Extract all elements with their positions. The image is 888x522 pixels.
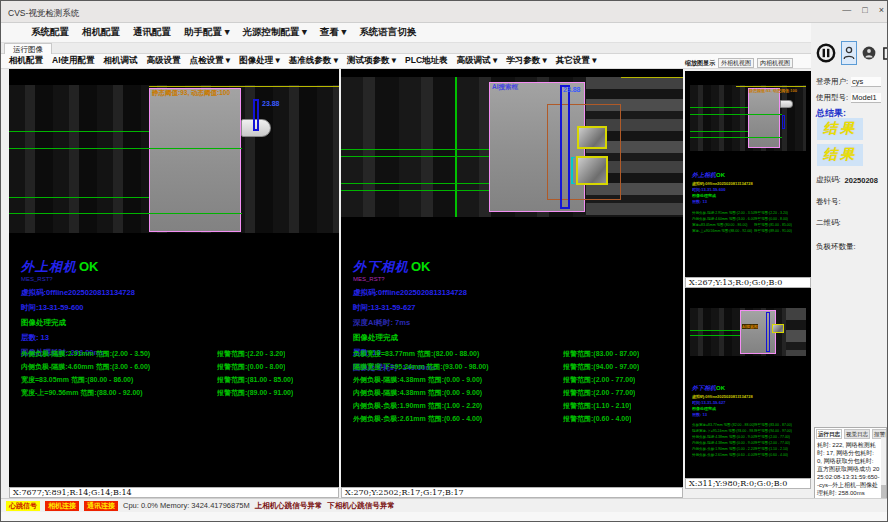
pixel-readout-upper: X:7677;Y:891;R:14;G:14;B:14 bbox=[9, 487, 339, 498]
login-user-field: 登录用户: cys bbox=[816, 77, 881, 87]
exit-door-icon bbox=[882, 46, 888, 61]
qr-code-label: 二维码: bbox=[816, 218, 841, 228]
menu-item-camera-config[interactable]: 相机配置 bbox=[82, 26, 120, 39]
tool-plc-address-table[interactable]: PLC地址表 bbox=[405, 55, 448, 67]
maximize-icon[interactable]: □ bbox=[862, 5, 867, 15]
tab-inner-camera-view[interactable]: 内相机视图 bbox=[757, 58, 793, 68]
title-bar: CVS-视觉检测系统 — □ × bbox=[1, 1, 888, 23]
measure-green-line bbox=[9, 148, 242, 149]
ai-search-box-label: AI搜索框 bbox=[492, 83, 518, 92]
mini-panel-upper[interactable]: 静态阈值:93, 动态阈值:100 外上相机OK 虚拟码:0ffline2025… bbox=[685, 71, 811, 277]
login-user-button[interactable] bbox=[841, 41, 857, 65]
camera-image-upper: 静态阈值:93, 动态阈值:100 23.88 bbox=[9, 85, 339, 233]
time-line: 时间:13-31-59-600 bbox=[21, 303, 339, 313]
upper-camera-warning: 上相机心跳信号异常 bbox=[255, 501, 323, 511]
menu-item-view[interactable]: 查看 ▾ bbox=[320, 26, 346, 39]
edge-marker-bracket bbox=[571, 157, 575, 184]
mes-result-label: MES_RST? bbox=[21, 276, 339, 283]
mini-result-lower: 外下相机OK 虚拟码:0ffline2025020813134728 时间:13… bbox=[692, 376, 806, 458]
tool-spot-check[interactable]: 点检设置 ▾ bbox=[190, 55, 231, 67]
defect-candidate-box bbox=[576, 156, 608, 185]
window-bottom-edge bbox=[1, 512, 888, 522]
camera-panel-upper-outer[interactable]: 静态阈值:93, 动态阈值:100 23.88 外上相机OK MES_RST? … bbox=[9, 69, 339, 487]
mini-image-lower: AI搜索框 bbox=[690, 308, 806, 356]
baseline-yellow-line bbox=[149, 86, 339, 87]
measurement-rows-upper: 外侧负极-隔膜:2.91mm 范围:(2.00 - 3.50)报警范围:(2.2… bbox=[21, 349, 339, 401]
detection-region-box bbox=[547, 104, 621, 200]
virtual-code-line: 虚拟码:0ffline2025020813134728 bbox=[21, 288, 339, 298]
tab-vision-log[interactable]: 视觉日志 bbox=[844, 429, 870, 439]
processing-done-line: 图像处理完成 bbox=[21, 318, 339, 328]
tab-run-log[interactable]: 运行日志 bbox=[816, 429, 842, 439]
tool-camera-config[interactable]: 相机配置 bbox=[9, 55, 43, 67]
ring-count-label: 负极环数量: bbox=[816, 242, 856, 252]
defect-candidate-box bbox=[577, 126, 607, 149]
tab-outer-camera-view[interactable]: 外相机视图 bbox=[718, 58, 754, 68]
measure-green-line bbox=[9, 197, 149, 198]
app-window: CVS-视觉检测系统 — □ × 系统配置 相机配置 通讯配置 助手配置 ▾ 光… bbox=[0, 0, 888, 522]
pixel-readout-mini-upper: X:267;Y:13;R:0;G:0;B:0 bbox=[685, 277, 811, 288]
virtual-code-field: 虚拟码: 20250208 bbox=[816, 175, 879, 185]
login-user-label: 登录用户: bbox=[816, 77, 848, 87]
tool-learning-params[interactable]: 学习参数 ▾ bbox=[506, 55, 547, 67]
menu-item-assistant-config[interactable]: 助手配置 ▾ bbox=[184, 26, 229, 39]
tool-advanced-settings[interactable]: 高级设置 bbox=[147, 55, 181, 67]
menu-item-system-config[interactable]: 系统配置 bbox=[31, 26, 69, 39]
mini-view-header: 缩放图显示 外相机视图 内相机视图 bbox=[685, 56, 811, 70]
sidebar-buttons bbox=[815, 40, 888, 66]
login-user-value[interactable]: cys bbox=[851, 77, 881, 87]
processing-done-line: 图像处理完成 bbox=[353, 333, 671, 343]
log-panel: 运行日志 视觉日志 报警日志 耗时: 222, 网络检测耗时: 17, 网络分包… bbox=[814, 427, 887, 501]
measurement-row: 外侧负极-负极:2.61mm 范围:(0.60 - 4.00)报警范围:(0.6… bbox=[353, 414, 673, 427]
tool-advanced-debug[interactable]: 高级调试 ▾ bbox=[457, 55, 498, 67]
measurement-row: 宽度-上=90.56mm 范围:(88.00 - 92.00)报警范围:(89.… bbox=[21, 388, 339, 401]
menu-bar: 系统配置 相机配置 通讯配置 助手配置 ▾ 光源控制配置 ▾ 查看 ▾ 系统语言… bbox=[1, 23, 811, 43]
menu-item-light-control[interactable]: 光源控制配置 ▾ bbox=[242, 26, 306, 39]
mini-panel-lower[interactable]: AI搜索框 外下相机OK 虚拟码:0ffline2025020813134728… bbox=[685, 288, 811, 478]
inspection-roi-box bbox=[149, 88, 241, 232]
log-content: 耗时: 222, 网络检测耗时: 17, 网络分包耗时: 0, 网络获取分包耗时… bbox=[815, 440, 886, 498]
camera-panel-lower-outer[interactable]: AI搜索框 23.88 外下相机OK MES_RST? 虚拟码:0ffline2… bbox=[341, 69, 683, 487]
winding-needle-label: 卷针号: bbox=[816, 197, 841, 207]
tool-image-processing[interactable]: 图像处理 ▾ bbox=[239, 55, 280, 67]
mini-result-upper: 外上相机OK 虚拟码:0ffline2025020813134728 时间:13… bbox=[692, 163, 806, 234]
user-icon bbox=[843, 46, 855, 60]
exit-button[interactable] bbox=[881, 41, 888, 65]
model-value[interactable]: Model1 bbox=[851, 93, 881, 103]
pause-button[interactable] bbox=[815, 40, 837, 66]
pixel-readout-lower: X:270;Y:2502;R:17;G:17;B:17 bbox=[341, 487, 683, 498]
tool-other-settings[interactable]: 其它设置 ▾ bbox=[556, 55, 597, 67]
user-dark-icon bbox=[862, 46, 876, 60]
tool-test-item-params[interactable]: 测试项参数 ▾ bbox=[347, 55, 396, 67]
minimize-icon[interactable]: — bbox=[842, 5, 851, 15]
tool-baseline-params[interactable]: 基准线参数 ▾ bbox=[289, 55, 338, 67]
lower-camera-warning: 下相机心跳信号异常 bbox=[327, 501, 395, 511]
time-line: 时间:13-31-59-627 bbox=[353, 303, 671, 313]
tool-camera-debug[interactable]: 相机调试 bbox=[104, 55, 138, 67]
camera-name-label: 外上相机 bbox=[21, 259, 77, 274]
close-icon[interactable]: × bbox=[879, 5, 884, 15]
status-bar: 心跳信号 相机连接 通讯连接 Cpu: 0.0% Memory: 3424.41… bbox=[1, 498, 888, 512]
measure-value-label: 23.88 bbox=[563, 86, 581, 93]
layer-count-line: 层数: 13 bbox=[21, 333, 339, 343]
log-tabs: 运行日志 视觉日志 报警日志 bbox=[815, 428, 886, 440]
measurement-row: 负极宽度=83.77mm 范围:(82.00 - 88.00)报警范围:(83.… bbox=[353, 349, 673, 362]
menu-item-language-switch[interactable]: 系统语言切换 bbox=[359, 26, 416, 39]
status-ok-label: OK bbox=[411, 259, 431, 274]
log-scroll-thumb[interactable] bbox=[881, 485, 886, 499]
mes-result-label: MES_RST? bbox=[353, 276, 671, 283]
result-badge-upper: 结果 bbox=[817, 118, 863, 140]
menu-item-comm-config[interactable]: 通讯配置 bbox=[133, 26, 171, 39]
tab-run-image[interactable]: 运行图像 bbox=[4, 43, 52, 54]
measure-green-line bbox=[9, 213, 242, 214]
measurement-row: 内侧负极-负极:1.90mm 范围:(1.00 - 2.20)报警范围:(1.1… bbox=[353, 401, 673, 414]
user-manage-button[interactable] bbox=[861, 41, 877, 65]
baseline-yellow-line bbox=[621, 77, 683, 78]
tool-ai-usage-config[interactable]: AI使用配置 bbox=[52, 55, 95, 67]
heartbeat-status-badge: 心跳信号 bbox=[6, 501, 40, 511]
pause-icon bbox=[816, 43, 836, 63]
log-scrollbar[interactable] bbox=[881, 438, 886, 501]
measurement-row: 内侧负极-隔膜:4.38mm 范围:(0.00 - 9.00)报警范围:(2.0… bbox=[353, 388, 673, 401]
ai-elapsed-line: 深度AI耗时: 7ms bbox=[353, 318, 671, 328]
measure-blue-box bbox=[253, 99, 259, 131]
